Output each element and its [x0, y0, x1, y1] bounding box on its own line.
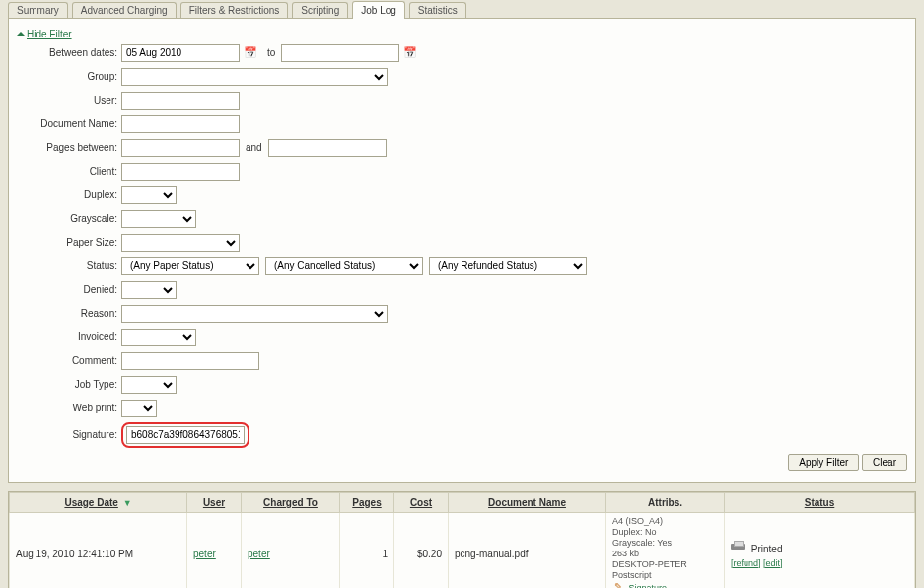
- attrib-size: 263 kb: [612, 549, 718, 559]
- tab-statistics[interactable]: Statistics: [409, 2, 466, 18]
- date-to-input[interactable]: [281, 44, 399, 62]
- label-job-type: Job Type:: [17, 379, 121, 390]
- apply-filter-button[interactable]: Apply Filter: [788, 454, 859, 471]
- cell-status: Printed [refund] [edit]: [725, 512, 915, 588]
- label-denied: Denied:: [17, 284, 121, 295]
- label-signature: Signature:: [17, 429, 121, 440]
- filter-panel: Hide Filter Between dates: 📅 to 📅 Group:…: [8, 18, 916, 483]
- attrib-paper: A4 (ISO_A4): [612, 516, 718, 527]
- col-charged-to-label: Charged To: [263, 497, 318, 508]
- label-user: User:: [17, 95, 121, 106]
- grayscale-select[interactable]: [121, 210, 196, 228]
- tab-summary[interactable]: Summary: [8, 2, 68, 18]
- status-cancelled-select[interactable]: (Any Cancelled Status): [265, 257, 423, 275]
- edit-link[interactable]: [edit]: [763, 558, 783, 568]
- cell-usage-date: Aug 19, 2010 12:41:10 PM: [10, 512, 187, 588]
- collapse-icon: [17, 32, 25, 36]
- document-name-input[interactable]: [121, 115, 240, 133]
- status-refunded-select[interactable]: (Any Refunded Status): [429, 257, 587, 275]
- sort-desc-icon: ▼: [123, 498, 132, 508]
- job-log-grid: Usage Date ▼ User Charged To Pages Cost …: [8, 491, 916, 589]
- filter-form: Between dates: 📅 to 📅 Group: User: Docum…: [17, 43, 907, 448]
- attrib-signature-link[interactable]: Signature: [629, 582, 668, 588]
- col-attribs-label: Attribs.: [648, 497, 682, 508]
- cell-pages: 1: [340, 512, 394, 588]
- col-pages[interactable]: Pages: [340, 492, 394, 512]
- tab-scripting[interactable]: Scripting: [292, 2, 348, 18]
- label-group: Group:: [17, 71, 121, 82]
- user-input[interactable]: [121, 92, 240, 110]
- paper-size-select[interactable]: [121, 234, 240, 252]
- status-paper-select[interactable]: (Any Paper Status): [121, 257, 259, 275]
- col-user[interactable]: User: [187, 492, 242, 512]
- label-to: to: [267, 47, 275, 58]
- label-between-dates: Between dates:: [17, 47, 121, 58]
- clear-button[interactable]: Clear: [862, 454, 907, 471]
- calendar-icon[interactable]: 📅: [244, 46, 257, 60]
- label-reason: Reason:: [17, 308, 121, 319]
- col-charged-to[interactable]: Charged To: [242, 492, 340, 512]
- label-grayscale: Grayscale:: [17, 213, 121, 224]
- label-client: Client:: [17, 166, 121, 177]
- pages-to-input[interactable]: [268, 139, 387, 157]
- col-usage-date-label: Usage Date: [64, 497, 117, 508]
- client-input[interactable]: [121, 163, 240, 181]
- label-document-name: Document Name:: [17, 118, 121, 129]
- attrib-lang: Postscript: [612, 570, 718, 581]
- tab-advanced-charging[interactable]: Advanced Charging: [72, 2, 177, 18]
- label-paper-size: Paper Size:: [17, 237, 121, 248]
- col-attribs: Attribs.: [606, 492, 725, 512]
- col-document-name-label: Document Name: [488, 497, 566, 508]
- status-state: Printed: [751, 544, 783, 554]
- refund-link[interactable]: [refund]: [731, 558, 761, 568]
- label-invoiced: Invoiced:: [17, 331, 121, 342]
- tab-filters-restrictions[interactable]: Filters & Restrictions: [180, 2, 289, 18]
- label-comment: Comment:: [17, 355, 121, 366]
- cell-cost: $0.20: [394, 512, 449, 588]
- hide-filter-label: Hide Filter: [27, 29, 72, 39]
- attrib-grayscale: Grayscale: Yes: [612, 538, 718, 549]
- job-type-select[interactable]: [121, 376, 177, 394]
- comment-input[interactable]: [121, 352, 259, 370]
- col-status-label: Status: [805, 497, 835, 508]
- group-select[interactable]: [121, 68, 388, 86]
- reason-select[interactable]: [121, 305, 388, 323]
- col-cost-label: Cost: [410, 497, 432, 508]
- table-row: Aug 19, 2010 12:41:10 PM peter peter 1 $…: [10, 512, 915, 588]
- invoiced-select[interactable]: [121, 329, 196, 346]
- denied-select[interactable]: [121, 281, 177, 299]
- col-status[interactable]: Status: [725, 492, 915, 512]
- col-pages-label: Pages: [352, 497, 381, 508]
- pages-from-input[interactable]: [121, 139, 240, 157]
- cell-attribs: A4 (ISO_A4) Duplex: No Grayscale: Yes 26…: [606, 512, 725, 588]
- cell-charged-to-link[interactable]: peter: [248, 549, 270, 559]
- hide-filter-link[interactable]: Hide Filter: [17, 29, 72, 39]
- col-usage-date[interactable]: Usage Date ▼: [10, 492, 187, 512]
- label-and: and: [246, 142, 262, 153]
- label-web-print: Web print:: [17, 403, 121, 413]
- col-document-name[interactable]: Document Name: [449, 492, 606, 512]
- calendar-icon[interactable]: 📅: [403, 46, 417, 60]
- label-duplex: Duplex:: [17, 189, 121, 200]
- web-print-select[interactable]: [121, 400, 157, 417]
- attrib-duplex: Duplex: No: [612, 527, 718, 538]
- attrib-host: DESKTOP-PETER: [612, 559, 718, 570]
- col-user-label: User: [203, 497, 225, 508]
- cell-user-link[interactable]: peter: [193, 549, 216, 559]
- duplex-select[interactable]: [121, 186, 177, 204]
- label-pages-between: Pages between:: [17, 142, 121, 153]
- label-status: Status:: [17, 260, 121, 271]
- printer-icon: [731, 541, 745, 552]
- signature-icon: ✎: [612, 581, 624, 589]
- signature-highlight: [121, 422, 249, 448]
- date-from-input[interactable]: [121, 44, 240, 62]
- signature-input[interactable]: [126, 426, 245, 444]
- cell-document-name: pcng-manual.pdf: [449, 512, 606, 588]
- col-cost[interactable]: Cost: [394, 492, 449, 512]
- tab-bar: Summary Advanced Charging Filters & Rest…: [4, 0, 920, 18]
- tab-job-log[interactable]: Job Log: [352, 1, 405, 19]
